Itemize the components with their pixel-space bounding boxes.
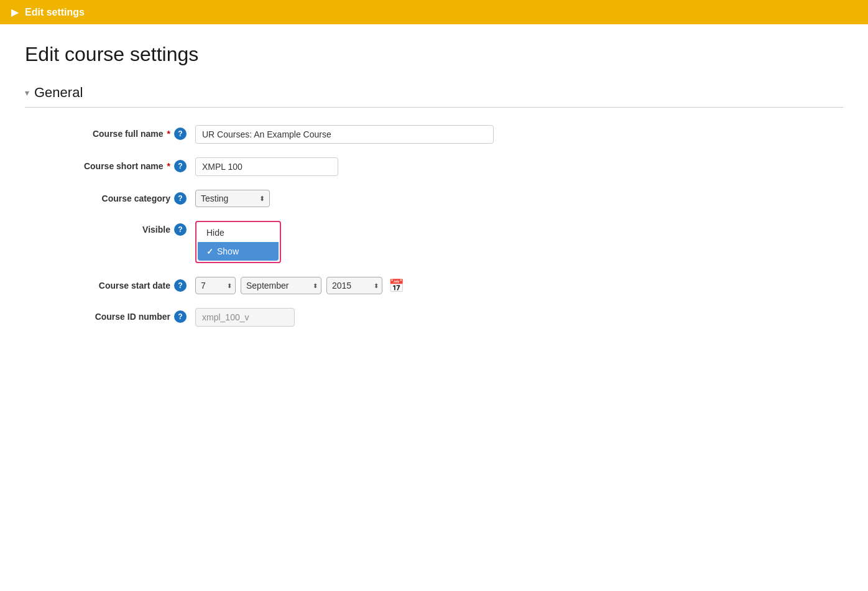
section-chevron-icon[interactable]: ▾ [25, 88, 29, 98]
course-full-name-row: Course full name * ? [25, 125, 843, 144]
visible-dropdown-show[interactable]: ✓ Show [198, 242, 279, 261]
year-select-wrapper: 2015 [326, 277, 382, 294]
course-category-label: Course category [102, 193, 170, 203]
visible-dropdown-hide[interactable]: Hide [198, 223, 279, 242]
course-full-name-label: Course full name [93, 129, 164, 139]
form-rows: Course full name * ? Course short name *… [25, 125, 843, 327]
course-category-label-group: Course category ? [25, 190, 187, 205]
calendar-icon[interactable]: 📅 [387, 277, 405, 294]
course-start-date-row: Course start date ? 7 September 2015 [25, 277, 843, 294]
top-bar-title: Edit settings [25, 7, 85, 18]
section-divider [25, 107, 843, 108]
visible-field-wrapper: Hide ✓ Show [195, 221, 281, 263]
course-full-name-required: * [167, 129, 170, 139]
general-section-header: ▾ General [25, 85, 843, 101]
main-content: Edit course settings ▾ General Course fu… [0, 24, 868, 345]
course-id-number-input[interactable] [195, 308, 295, 327]
course-category-select-wrapper: Testing [195, 190, 270, 207]
course-short-name-label: Course short name [84, 161, 164, 171]
course-full-name-help-icon[interactable]: ? [174, 128, 187, 140]
day-select[interactable]: 7 [195, 277, 236, 294]
visible-label: Visible [142, 225, 170, 235]
visible-label-group: Visible ? [25, 221, 187, 236]
top-bar-arrow-icon: ▶ [11, 6, 19, 18]
year-select[interactable]: 2015 [326, 277, 382, 294]
course-id-number-help-icon[interactable]: ? [174, 310, 187, 323]
course-start-date-help-icon[interactable]: ? [174, 279, 187, 292]
top-bar: ▶ Edit settings [0, 0, 868, 24]
date-group: 7 September 2015 📅 [195, 277, 405, 294]
course-start-date-label: Course start date [99, 281, 170, 291]
course-short-name-help-icon[interactable]: ? [174, 160, 187, 172]
course-id-number-label-group: Course ID number ? [25, 308, 187, 323]
course-category-select[interactable]: Testing [195, 190, 270, 207]
month-select[interactable]: September [241, 277, 321, 294]
visible-help-icon[interactable]: ? [174, 223, 187, 236]
course-short-name-label-group: Course short name * ? [25, 157, 187, 172]
course-short-name-row: Course short name * ? [25, 157, 843, 176]
visible-row: Visible ? Hide ✓ Show [25, 221, 843, 263]
course-full-name-input[interactable] [195, 125, 494, 144]
hide-label: Hide [206, 228, 224, 238]
show-label: Show [217, 246, 239, 256]
show-checkmark-icon: ✓ [206, 247, 213, 256]
course-short-name-input[interactable] [195, 157, 338, 176]
day-select-wrapper: 7 [195, 277, 236, 294]
course-id-number-row: Course ID number ? [25, 308, 843, 327]
course-category-row: Course category ? Testing [25, 190, 843, 207]
course-start-date-label-group: Course start date ? [25, 277, 187, 292]
course-short-name-required: * [167, 161, 170, 171]
course-full-name-label-group: Course full name * ? [25, 125, 187, 140]
page-title: Edit course settings [25, 43, 843, 66]
course-category-help-icon[interactable]: ? [174, 192, 187, 205]
course-id-number-label: Course ID number [95, 312, 170, 322]
month-select-wrapper: September [241, 277, 321, 294]
general-section-title: General [34, 85, 83, 101]
visible-select-highlight: Hide ✓ Show [195, 221, 281, 263]
visible-dropdown-menu: Hide ✓ Show [198, 223, 279, 261]
